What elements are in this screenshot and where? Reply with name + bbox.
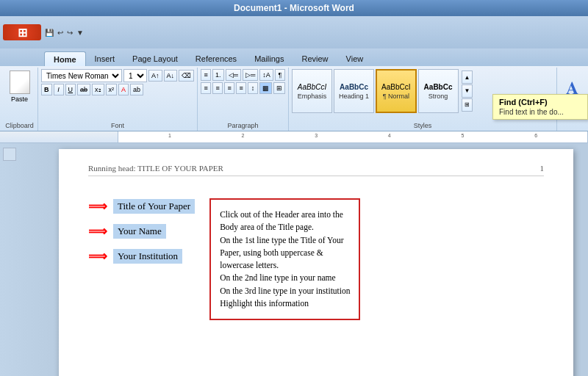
font-size-select[interactable]: 12 — [123, 69, 147, 82]
tab-review[interactable]: Review — [293, 51, 337, 66]
highlight-button[interactable]: ab — [130, 84, 143, 95]
arrow-2: ⟹ — [88, 223, 107, 239]
font-name-select[interactable]: Times New Roman — [41, 69, 122, 82]
align-center-button[interactable]: ≡ — [212, 82, 223, 94]
left-margin — [0, 143, 59, 376]
document-area: Running head: TITLE OF YOUR PAPER 1 ⟹ Ti… — [0, 143, 588, 376]
tab-home[interactable]: Home — [44, 51, 86, 66]
align-right-button[interactable]: ≡ — [224, 82, 234, 94]
clipboard-group: Paste Clipboard — [1, 68, 38, 131]
title-line-2: ⟹ Your Name — [88, 223, 195, 239]
styles-scroll-up[interactable]: ▲ ▼ ⊞ — [460, 69, 475, 113]
title-text: Document1 - Microsoft Word — [234, 3, 354, 13]
tab-references[interactable]: References — [187, 51, 245, 66]
instruction-line-3: On the 1st line type the Title of Your — [220, 234, 350, 247]
title-line-3: ⟹ Your Institution — [88, 248, 195, 264]
superscript-button[interactable]: x² — [106, 84, 118, 95]
bullets-button[interactable]: ≡ — [201, 69, 211, 81]
sort-button[interactable]: ↕A — [259, 69, 273, 81]
paper-title: Title of Your Paper — [113, 199, 195, 214]
arrow-1: ⟹ — [88, 198, 107, 214]
instruction-line-5: lowercase letters. — [220, 259, 350, 272]
font-group: Times New Roman 12 A↑ A↓ ⌫ B I U ab x₂ x… — [38, 68, 198, 131]
clear-format-button[interactable]: ⌫ — [179, 70, 194, 82]
shrink-font-button[interactable]: A↓ — [164, 70, 178, 82]
ruler-inner: 123456 — [118, 131, 588, 142]
border-button[interactable]: ⊞ — [273, 82, 285, 94]
paragraph-group-label: Paragraph — [201, 120, 285, 129]
increase-indent-button[interactable]: ▷═ — [243, 69, 258, 81]
tooltip: Find (Ctrl+F) Find text in the do... — [492, 94, 588, 120]
style-strong[interactable]: AaBbCc Strong — [418, 69, 459, 113]
office-button[interactable]: ⊞ — [3, 24, 41, 40]
style-heading1[interactable]: AaBbCc Heading 1 — [334, 69, 374, 113]
redo-icon[interactable]: ↪ — [66, 28, 74, 37]
instruction-line-1: Click out of the Header area into the — [220, 209, 350, 221]
instruction-line-2: Body area of the Title page. — [220, 221, 350, 234]
style-emphasis[interactable]: AaBbCcI Emphasis — [292, 69, 332, 113]
page-header: Running head: TITLE OF YOUR PAPER 1 — [88, 164, 544, 176]
document-page: Running head: TITLE OF YOUR PAPER 1 ⟹ Ti… — [59, 149, 573, 376]
ruler-corner-icon[interactable] — [3, 148, 16, 161]
qa-dropdown-icon[interactable]: ▼ — [76, 28, 85, 37]
save-icon[interactable]: 💾 — [44, 28, 54, 37]
running-head: Running head: TITLE OF YOUR PAPER — [88, 164, 223, 173]
show-formatting-button[interactable]: ¶ — [275, 69, 285, 81]
arrow-3: ⟹ — [88, 248, 107, 264]
underline-button[interactable]: U — [65, 84, 76, 95]
shading-button[interactable]: ▩ — [259, 82, 272, 94]
subscript-button[interactable]: x₂ — [92, 84, 104, 95]
tab-mailings[interactable]: Mailings — [245, 51, 293, 66]
numbering-button[interactable]: 1. — [212, 69, 224, 81]
quick-access-toolbar: 💾 ↩ ↪ ▼ — [41, 28, 87, 37]
clipboard-label: Clipboard — [5, 120, 34, 129]
strikethrough-button[interactable]: ab — [77, 84, 90, 95]
line-spacing-button[interactable]: ↕ — [248, 82, 258, 94]
italic-button[interactable]: I — [54, 84, 64, 95]
paste-button[interactable]: Paste — [8, 69, 32, 104]
page-content: ⟹ Title of Your Paper ⟹ Your Name ⟹ Your… — [88, 198, 544, 320]
instruction-line-7: On the 3rd line type in your institution — [220, 285, 350, 297]
paragraph-group: ≡ 1. ◁═ ▷═ ↕A ¶ ≡ ≡ ≡ ≡ ↕ ▩ ⊞ Paragraph — [198, 68, 289, 131]
toolbar-area: ⊞ 💾 ↩ ↪ ▼ — [0, 16, 588, 48]
tooltip-title: Find (Ctrl+F) — [499, 98, 581, 106]
tooltip-description: Find text in the do... — [499, 108, 581, 116]
title-bar: Document1 - Microsoft Word — [0, 0, 588, 16]
undo-icon[interactable]: ↩ — [57, 28, 64, 37]
page-number: 1 — [540, 164, 545, 173]
tab-insert[interactable]: Insert — [86, 51, 124, 66]
title-line-1: ⟹ Title of Your Paper — [88, 198, 195, 214]
instruction-line-8: Highlight this information — [220, 297, 350, 310]
font-color-button[interactable]: A — [118, 84, 129, 95]
grow-font-button[interactable]: A↑ — [148, 70, 162, 82]
bold-button[interactable]: B — [41, 84, 52, 95]
instruction-line-6: On the 2nd line type in your name — [220, 272, 350, 284]
align-left-button[interactable]: ≡ — [201, 82, 211, 94]
tab-page-layout[interactable]: Page Layout — [123, 51, 187, 66]
instruction-line-4: Paper, using both uppercase & — [220, 247, 350, 259]
tab-view[interactable]: View — [337, 51, 373, 66]
styles-group-label: Styles — [292, 120, 553, 129]
ruler: 123456 — [0, 131, 588, 143]
justify-button[interactable]: ≡ — [236, 82, 246, 94]
author-name: Your Name — [113, 224, 166, 239]
style-normal[interactable]: AaBbCcI ¶ Normal — [376, 69, 416, 113]
title-lines: ⟹ Title of Your Paper ⟹ Your Name ⟹ Your… — [88, 198, 195, 320]
institution-name: Your Institution — [113, 249, 182, 264]
font-group-label: Font — [41, 120, 194, 129]
tab-bar: Home Insert Page Layout References Maili… — [0, 48, 588, 66]
decrease-indent-button[interactable]: ◁═ — [226, 69, 241, 81]
instruction-box: Click out of the Header area into the Bo… — [209, 198, 360, 320]
